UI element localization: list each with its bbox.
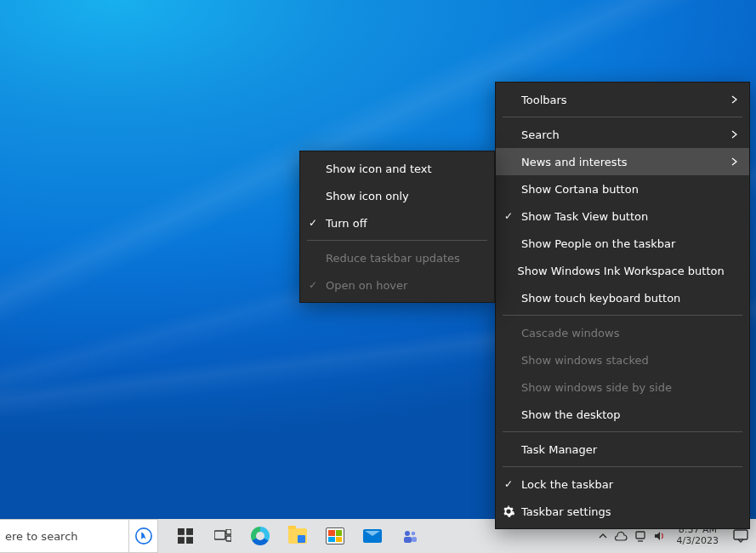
svg-rect-11	[412, 537, 417, 542]
chevron-right-icon	[722, 130, 737, 139]
svg-point-8	[405, 531, 410, 536]
separator	[503, 315, 742, 316]
taskbar-context-menu: Toolbars Search News and interests Show …	[495, 82, 750, 529]
menu-cortana[interactable]: Show Cortana button	[496, 175, 749, 202]
mail-icon	[363, 529, 382, 543]
svg-rect-6	[226, 529, 231, 534]
action-center-button[interactable]	[725, 529, 756, 543]
network-icon[interactable]	[634, 530, 646, 542]
search-text: ere to search	[5, 530, 78, 543]
separator	[307, 240, 487, 241]
svg-point-9	[412, 532, 416, 536]
menu-taskbar-settings[interactable]: Taskbar settings	[496, 498, 749, 525]
svg-rect-12	[636, 532, 645, 539]
volume-icon[interactable]	[653, 530, 665, 542]
separator	[503, 466, 742, 467]
separator	[503, 117, 742, 117]
show-hidden-icons[interactable]	[599, 532, 607, 540]
check-icon: ✓	[300, 217, 326, 229]
menu-ink[interactable]: Show Windows Ink Workspace button	[496, 257, 749, 284]
bing-chat-badge[interactable]	[129, 519, 158, 553]
clock-date: 4/3/2023	[677, 536, 719, 547]
file-explorer-button[interactable]	[279, 519, 316, 553]
svg-rect-5	[214, 531, 225, 539]
svg-rect-4	[186, 537, 193, 544]
svg-rect-3	[178, 537, 185, 544]
menu-touch-keyboard[interactable]: Show touch keyboard button	[496, 284, 749, 311]
search-box[interactable]: ere to search	[0, 519, 129, 553]
menu-side-by-side: Show windows side by side	[496, 373, 749, 401]
task-view-button[interactable]	[204, 519, 242, 553]
folder-icon	[288, 528, 307, 544]
menu-people[interactable]: Show People on the taskbar	[496, 230, 749, 257]
svg-rect-1	[178, 528, 185, 535]
news-interests-submenu: Show icon and text Show icon only ✓Turn …	[299, 151, 495, 303]
chevron-right-icon	[722, 157, 737, 166]
menu-taskview[interactable]: ✓Show Task View button	[496, 202, 749, 230]
menu-cascade: Cascade windows	[496, 319, 749, 346]
menu-news-interests[interactable]: News and interests	[496, 148, 749, 175]
menu-show-desktop[interactable]: Show the desktop	[496, 401, 749, 428]
menu-task-manager[interactable]: Task Manager	[496, 436, 749, 463]
store-button[interactable]	[316, 519, 354, 553]
edge-icon	[251, 527, 270, 545]
store-icon	[326, 527, 344, 544]
submenu-turn-off[interactable]: ✓Turn off	[300, 209, 494, 237]
onedrive-icon[interactable]	[614, 531, 628, 541]
app-button[interactable]	[391, 519, 429, 553]
submenu-reduce-updates: Reduce taskbar updates	[300, 244, 494, 271]
submenu-open-on-hover: ✓Open on hover	[300, 271, 494, 299]
check-icon: ✓	[496, 478, 521, 490]
menu-lock-taskbar[interactable]: ✓Lock the taskbar	[496, 470, 749, 498]
menu-stacked: Show windows stacked	[496, 346, 749, 373]
check-icon: ✓	[496, 210, 521, 222]
teams-icon	[401, 527, 418, 544]
separator	[503, 431, 742, 432]
check-icon: ✓	[300, 279, 326, 291]
svg-rect-13	[734, 530, 747, 539]
submenu-icon-and-text[interactable]: Show icon and text	[300, 155, 494, 182]
svg-rect-2	[186, 528, 193, 535]
edge-button[interactable]	[242, 519, 279, 553]
chevron-right-icon	[722, 95, 737, 104]
start-button[interactable]	[167, 519, 204, 553]
menu-search[interactable]: Search	[496, 121, 749, 148]
gear-icon	[496, 505, 521, 517]
menu-toolbars[interactable]: Toolbars	[496, 86, 749, 113]
svg-rect-10	[404, 537, 412, 543]
svg-rect-7	[226, 536, 231, 541]
submenu-icon-only[interactable]: Show icon only	[300, 182, 494, 209]
mail-button[interactable]	[354, 519, 391, 553]
